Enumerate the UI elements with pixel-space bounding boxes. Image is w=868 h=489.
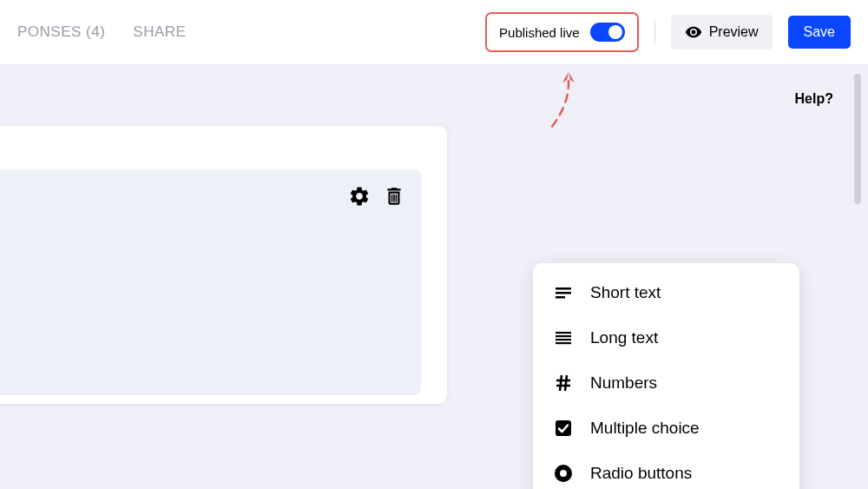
tab-responses[interactable]: PONSES (4) — [17, 23, 105, 41]
svg-line-13 — [565, 375, 567, 391]
menu-item-label: Radio buttons — [590, 464, 692, 483]
publish-toggle[interactable] — [590, 23, 625, 42]
menu-item-numbers[interactable]: Numbers — [533, 360, 799, 406]
delete-button[interactable] — [383, 185, 405, 208]
menu-item-label: Short text — [590, 283, 661, 302]
tab-share[interactable]: SHARE — [133, 23, 186, 41]
svg-rect-2 — [396, 195, 398, 202]
hash-icon — [552, 372, 575, 394]
svg-rect-3 — [556, 287, 571, 290]
svg-rect-6 — [556, 332, 571, 334]
menu-item-short-text[interactable]: Short text — [533, 270, 799, 315]
svg-rect-9 — [556, 342, 571, 344]
scrollbar[interactable] — [854, 74, 861, 204]
field-type-menu: Short text Long text — [533, 263, 799, 489]
nav-tabs: PONSES (4) SHARE — [17, 23, 186, 41]
svg-rect-5 — [556, 296, 565, 299]
menu-item-label: Long text — [590, 328, 658, 347]
menu-item-label: Numbers — [590, 373, 657, 393]
radio-icon — [552, 462, 575, 485]
divider — [654, 20, 655, 44]
menu-item-long-text[interactable]: Long text — [533, 315, 799, 360]
save-button[interactable]: Save — [788, 16, 851, 49]
short-text-icon — [552, 281, 575, 304]
eye-icon — [685, 23, 702, 41]
publish-status-box: Published live — [485, 12, 639, 52]
svg-rect-1 — [393, 195, 395, 202]
svg-rect-7 — [556, 335, 571, 337]
trash-icon — [383, 185, 405, 208]
publish-label: Published live — [499, 25, 580, 40]
svg-rect-14 — [556, 420, 571, 436]
long-text-icon — [552, 327, 575, 349]
canvas-area: Help? — [0, 65, 868, 489]
svg-rect-8 — [556, 339, 571, 340]
app-header: PONSES (4) SHARE Published live Preview … — [0, 0, 868, 65]
annotation-arrow — [538, 65, 590, 143]
menu-item-radio-buttons[interactable]: Radio buttons — [533, 451, 799, 489]
preview-button[interactable]: Preview — [671, 15, 773, 50]
preview-label: Preview — [709, 24, 759, 40]
help-link[interactable]: Help? — [795, 91, 833, 107]
svg-rect-4 — [556, 292, 571, 294]
menu-item-label: Multiple choice — [590, 419, 700, 438]
header-actions: Published live Preview Save — [485, 12, 851, 52]
svg-point-16 — [560, 470, 567, 477]
toggle-knob — [608, 25, 622, 39]
gear-icon — [348, 185, 371, 208]
settings-button[interactable] — [348, 185, 371, 208]
checkbox-icon — [552, 417, 575, 439]
block-actions — [348, 185, 405, 208]
svg-rect-0 — [391, 195, 393, 202]
svg-line-12 — [560, 375, 562, 391]
menu-item-multiple-choice[interactable]: Multiple choice — [533, 406, 799, 451]
question-block[interactable] — [0, 169, 421, 395]
